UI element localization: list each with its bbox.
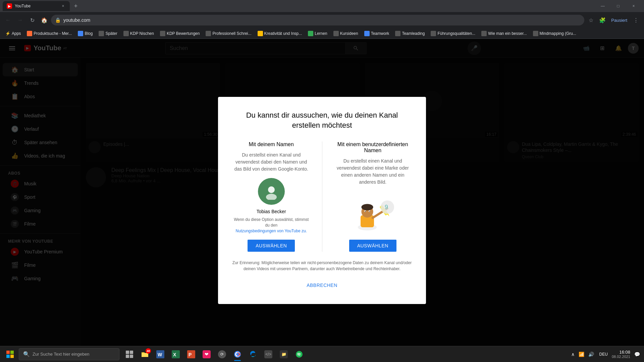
bookmark-item[interactable]: Lernen <box>305 29 330 38</box>
notification-button[interactable]: 💬 <box>633 350 641 358</box>
bookmark-item[interactable]: Mindmapping (Gru... <box>530 29 579 38</box>
bookmark-favicon <box>431 31 436 36</box>
bookmark-item[interactable]: KDP Bewertungen <box>157 29 203 38</box>
svg-text:X: X <box>173 352 176 357</box>
bookmark-favicon <box>481 31 487 36</box>
excel-button[interactable]: X <box>168 347 183 362</box>
bookmark-item[interactable]: Blog <box>75 29 95 38</box>
taskbar-lang: DEU <box>598 351 609 358</box>
svg-point-3 <box>268 186 275 193</box>
terms-link[interactable]: Nutzungsbedingungen von YouTube zu. <box>236 229 307 233</box>
task-view-button[interactable] <box>122 347 137 362</box>
svg-point-8 <box>362 204 373 210</box>
maximize-button[interactable]: □ <box>610 0 626 12</box>
svg-text:9: 9 <box>385 204 388 210</box>
chevron-icon[interactable]: ∧ <box>570 350 576 358</box>
badge: 48 <box>146 348 151 354</box>
close-button[interactable]: × <box>626 0 641 12</box>
tab-close-icon[interactable]: × <box>60 3 66 9</box>
taskbar-time: 16:08 08.02.2021 <box>612 350 630 359</box>
volume-icon[interactable]: 🔊 <box>587 350 595 358</box>
bookmark-favicon <box>333 31 339 36</box>
svg-rect-19 <box>10 351 14 354</box>
modal-options: Mit deinem Namen Du erstellst einen Kana… <box>231 141 413 252</box>
bookmarks-bar: ⚡ Apps Produktsuche - Mer... Blog Später… <box>0 28 644 39</box>
svg-text:P: P <box>189 352 192 357</box>
bookmark-item[interactable]: Teamleading <box>392 29 427 38</box>
extensions-button[interactable]: 🧩 <box>597 15 608 25</box>
svg-rect-24 <box>126 355 129 358</box>
more-button[interactable]: ⋮ <box>631 15 641 25</box>
app-button[interactable]: 📁 <box>276 347 291 362</box>
bookmark-button[interactable]: ☆ <box>586 15 596 25</box>
bookmark-item[interactable]: Produktsuche - Mer... <box>24 29 74 38</box>
minimize-button[interactable]: — <box>595 0 610 12</box>
new-tab-button[interactable]: + <box>71 1 80 11</box>
explorer-button[interactable]: 48 <box>138 347 152 362</box>
browser-chrome: ▶ YouTube × + — □ × ← → ↻ 🏠 🔒 youtube.co… <box>0 0 644 39</box>
modal: Du kannst dir aussuchen, wie du deinen K… <box>218 97 426 304</box>
devtools-button[interactable]: </> <box>261 347 276 362</box>
app6-button[interactable]: ⟳ <box>215 347 229 362</box>
taskbar-right: ∧ 📶 🔊 DEU 16:08 08.02.2021 💬 <box>570 350 641 359</box>
powerpoint-button[interactable]: P <box>184 347 199 362</box>
svg-point-4 <box>266 194 277 200</box>
svg-rect-22 <box>126 351 129 354</box>
bookmark-favicon <box>364 31 370 36</box>
cancel-button[interactable]: ABBRECHEN <box>231 280 413 291</box>
forward-button[interactable]: → <box>15 15 25 25</box>
svg-marker-15 <box>387 214 390 217</box>
option1-description: Du erstellst einen Kanal und verwendest … <box>231 152 311 173</box>
profile-button[interactable]: Pausiert <box>608 15 630 25</box>
modal-overlay: Du kannst dir aussuchen, wie du deinen K… <box>0 39 644 362</box>
start-button[interactable] <box>3 347 17 362</box>
user-avatar <box>258 178 285 205</box>
bookmark-item[interactable]: Führungsqualitäten... <box>428 29 478 38</box>
select-personal-button[interactable]: AUSWÄHLEN <box>248 240 295 252</box>
bookmark-item[interactable]: Später <box>96 29 120 38</box>
option1-title: Mit deinem Namen <box>249 141 294 147</box>
bookmark-favicon <box>206 31 211 36</box>
taskbar: 🔍 Zur Suche Text hier eingeben 48 W X <box>0 346 644 362</box>
modal-title: Du kannst dir aussuchen, wie du deinen K… <box>231 110 413 131</box>
bookmark-icon: ⚡ <box>5 31 10 36</box>
bookmark-favicon <box>78 31 83 36</box>
taskbar-apps: 48 W X P ❤ ⟳ <box>122 347 307 362</box>
search-icon: 🔍 <box>23 351 30 357</box>
network-icon[interactable]: 📶 <box>577 350 586 358</box>
bookmark-item[interactable]: Professionell Schrei... <box>203 29 254 38</box>
tab-title: YouTube <box>15 4 58 8</box>
option2-title: Mit einem benutzerdefinierten Namen <box>333 141 413 154</box>
svg-rect-21 <box>10 355 14 358</box>
word-button[interactable]: W <box>153 347 168 362</box>
app5-button[interactable]: ❤ <box>199 347 214 362</box>
edge-button[interactable] <box>246 347 260 362</box>
modal-divider <box>322 141 322 252</box>
reload-button[interactable]: ↻ <box>27 15 38 25</box>
back-button[interactable]: ← <box>3 15 13 25</box>
chrome-button[interactable] <box>230 347 245 362</box>
bookmark-item[interactable]: Wie man ein besser... <box>479 29 529 38</box>
url-bar[interactable]: 🔒 youtube.com <box>51 15 584 25</box>
bookmark-item[interactable]: Kursideen <box>331 29 361 38</box>
bookmark-teamwork[interactable]: Teamwork <box>362 29 392 38</box>
modal-note: Zur Erinnerung: Möglicherweise teilen wi… <box>231 260 413 272</box>
bookmark-favicon <box>308 31 313 36</box>
taskbar-sys: ∧ 📶 🔊 <box>570 350 595 358</box>
custom-illustration: 9 <box>346 191 399 231</box>
spotify-button[interactable] <box>292 347 307 362</box>
date-display: 08.02.2021 <box>612 355 630 359</box>
home-button[interactable]: 🏠 <box>39 15 50 25</box>
modal-option-personal: Mit deinem Namen Du erstellst einen Kana… <box>231 141 311 252</box>
option2-description: Du erstellst einen Kanal und verwendest … <box>333 158 413 186</box>
taskbar-search[interactable]: 🔍 Zur Suche Text hier eingeben <box>19 348 119 360</box>
bookmark-apps[interactable]: ⚡ Apps <box>3 29 23 38</box>
bookmark-item[interactable]: KDP Nischen <box>121 29 157 38</box>
nav-bar: ← → ↻ 🏠 🔒 youtube.com ☆ 🧩 Pausiert ⋮ <box>0 12 644 28</box>
user-name: Tobias Becker <box>257 209 286 214</box>
bookmark-favicon <box>160 31 165 36</box>
svg-point-12 <box>369 211 370 212</box>
select-custom-button[interactable]: AUSWÄHLEN <box>349 240 396 252</box>
active-tab[interactable]: ▶ YouTube × <box>3 1 70 11</box>
bookmark-item[interactable]: Kreativität und Insp... <box>255 29 305 38</box>
